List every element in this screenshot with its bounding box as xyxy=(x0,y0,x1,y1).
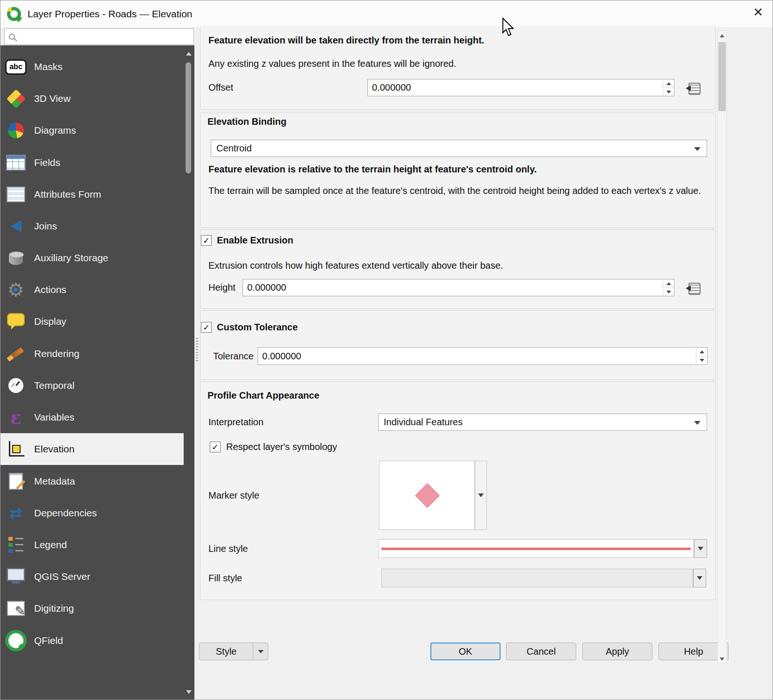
dependencies-icon xyxy=(5,502,27,524)
sidebar-item-3d-view[interactable]: 3D View xyxy=(0,83,184,114)
scrollbar-thumb[interactable] xyxy=(718,42,726,111)
line-style-preview[interactable] xyxy=(378,539,694,558)
title-bar: Layer Properties - Roads — Elevation ✕ xyxy=(0,0,773,28)
sidebar-item-variables[interactable]: Variables xyxy=(0,401,184,433)
apply-button[interactable]: Apply xyxy=(582,643,652,660)
enable-extrusion-label[interactable]: Enable Extrusion xyxy=(217,235,293,246)
height-spin-buttons[interactable] xyxy=(663,279,674,296)
offset-data-defined-override-button[interactable] xyxy=(682,79,704,96)
sidebar-item-qgis-server[interactable]: QGIS Server xyxy=(0,561,184,593)
diagrams-icon xyxy=(5,120,27,141)
spin-up-icon[interactable] xyxy=(663,79,674,88)
sidebar-item-fields[interactable]: Fields xyxy=(0,147,184,179)
sidebar-item-actions[interactable]: Actions xyxy=(0,274,184,306)
sidebar-scrollbar[interactable] xyxy=(184,50,193,696)
tolerance-spinbox[interactable] xyxy=(258,347,708,365)
line-style-dropdown-button[interactable] xyxy=(694,539,707,558)
sidebar-item-diagrams[interactable]: Diagrams xyxy=(0,114,184,146)
sidebar-item-label: Elevation xyxy=(34,443,74,455)
properties-sidebar: abcMasks 3D View Diagrams Fields Attribu… xyxy=(0,45,194,700)
binding-headline: Feature elevation is relative to the ter… xyxy=(208,164,704,175)
enable-extrusion-checkbox[interactable]: ✓ xyxy=(201,235,212,246)
profile-appearance-header: Profile Chart Appearance xyxy=(208,390,319,401)
spin-down-icon[interactable] xyxy=(663,288,674,296)
sidebar-item-label: Display xyxy=(34,316,66,327)
ok-button[interactable]: OK xyxy=(430,643,501,660)
marker-style-dropdown-button[interactable] xyxy=(475,461,487,530)
respect-symbology-checkbox[interactable]: ✓ xyxy=(210,442,221,452)
sidebar-item-joins[interactable]: Joins xyxy=(0,210,184,242)
metadata-icon xyxy=(5,471,27,492)
style-button-label: Style xyxy=(200,646,253,657)
interpretation-value: Individual Features xyxy=(384,417,463,428)
height-data-defined-override-button[interactable] xyxy=(682,279,704,296)
joins-icon xyxy=(5,215,27,237)
marker-style-preview[interactable] xyxy=(379,461,475,530)
sidebar-item-label: Masks xyxy=(34,61,63,72)
custom-tolerance-label[interactable]: Custom Tolerance xyxy=(217,322,298,333)
style-button[interactable]: Style xyxy=(199,643,268,660)
scroll-up-icon[interactable] xyxy=(186,52,192,56)
offset-spinbox[interactable] xyxy=(367,79,674,96)
height-spinbox[interactable] xyxy=(243,279,674,296)
layer-properties-dialog: Layer Properties - Roads — Elevation ✕ a… xyxy=(0,0,773,700)
elevation-icon xyxy=(5,438,27,460)
sidebar-item-auxiliary-storage[interactable]: Auxiliary Storage xyxy=(0,242,184,274)
sidebar-item-digitizing[interactable]: Digitizing xyxy=(0,593,184,624)
fill-style-label: Fill style xyxy=(208,569,242,587)
sidebar-item-label: Diagrams xyxy=(34,125,76,136)
data-defined-override-icon xyxy=(686,82,701,94)
sidebar-search[interactable] xyxy=(4,29,194,45)
marker-diamond-icon xyxy=(415,483,439,507)
tolerance-spin-buttons[interactable] xyxy=(696,348,707,364)
scroll-up-icon[interactable] xyxy=(718,31,726,40)
sidebar-item-dependencies[interactable]: Dependencies xyxy=(0,497,184,529)
scroll-down-icon[interactable] xyxy=(718,654,726,664)
sidebar-item-legend[interactable]: Legend xyxy=(0,529,184,561)
sidebar-item-label: Attributes Form xyxy=(34,189,101,200)
check-icon: ✓ xyxy=(203,323,210,332)
scroll-down-icon[interactable] xyxy=(186,690,192,694)
custom-tolerance-checkbox[interactable]: ✓ xyxy=(201,322,212,333)
sidebar-item-display[interactable]: Display xyxy=(0,306,184,337)
sidebar-item-metadata[interactable]: Metadata xyxy=(0,465,184,497)
interpretation-select[interactable]: Individual Features xyxy=(378,414,707,431)
sidebar-item-label: Actions xyxy=(34,284,66,295)
sidebar-item-elevation[interactable]: Elevation xyxy=(0,433,184,465)
height-input[interactable] xyxy=(243,279,663,296)
sidebar-item-label: Digitizing xyxy=(34,603,74,614)
elevation-binding-select[interactable]: Centroid xyxy=(211,140,707,157)
data-defined-override-icon xyxy=(686,282,701,294)
temporal-icon xyxy=(5,375,27,396)
sidebar-item-rendering[interactable]: Rendering xyxy=(0,338,184,370)
tolerance-input[interactable] xyxy=(258,348,696,364)
terrain-headline: Feature elevation will be taken directly… xyxy=(208,35,484,46)
sidebar-item-masks[interactable]: abcMasks xyxy=(0,51,184,83)
style-dropdown-icon[interactable] xyxy=(253,643,268,660)
splitter-handle[interactable] xyxy=(196,338,198,362)
spin-up-icon[interactable] xyxy=(696,348,707,357)
content-scrollbar[interactable] xyxy=(717,30,727,664)
sidebar-item-qfield[interactable]: QField xyxy=(0,625,184,657)
close-icon[interactable]: ✕ xyxy=(753,6,763,18)
check-icon: ✓ xyxy=(212,443,219,451)
offset-spin-buttons[interactable] xyxy=(663,79,674,96)
3d-view-icon xyxy=(5,88,27,109)
search-input[interactable] xyxy=(19,32,189,42)
qfield-icon xyxy=(5,630,27,651)
scrollbar-thumb[interactable] xyxy=(186,62,191,173)
fill-style-preview[interactable] xyxy=(381,569,693,587)
sidebar-item-temporal[interactable]: Temporal xyxy=(0,370,184,401)
respect-symbology-label[interactable]: Respect layer's symbology xyxy=(226,442,337,452)
search-icon xyxy=(9,34,15,40)
window-title: Layer Properties - Roads — Elevation xyxy=(28,8,193,20)
sidebar-item-attributes-form[interactable]: Attributes Form xyxy=(0,179,184,210)
display-icon xyxy=(5,311,27,332)
offset-input[interactable] xyxy=(368,79,663,96)
fill-style-dropdown-button[interactable] xyxy=(693,569,706,587)
spin-up-icon[interactable] xyxy=(663,279,674,288)
elevation-binding-header: Elevation Binding xyxy=(208,116,286,127)
spin-down-icon[interactable] xyxy=(696,357,707,365)
cancel-button[interactable]: Cancel xyxy=(506,643,576,660)
spin-down-icon[interactable] xyxy=(663,88,674,96)
